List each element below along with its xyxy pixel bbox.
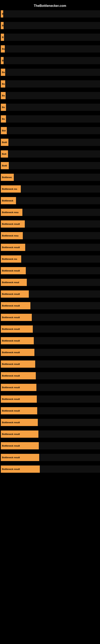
table-row: Bottleneck bbox=[0, 196, 100, 206]
table-row: Bott bbox=[0, 149, 100, 159]
dark-fill bbox=[40, 466, 100, 473]
table-row: Bottleneck result bbox=[0, 242, 100, 252]
dark-fill bbox=[37, 407, 100, 414]
bottleneck-label: Bottleneck result bbox=[1, 349, 34, 356]
table-row: Bo bbox=[0, 44, 100, 54]
dark-fill bbox=[9, 162, 100, 169]
dark-fill bbox=[38, 430, 100, 438]
main-container: TheBottlenecker.com BBBBoBBoBoBoBoBoBotB… bbox=[0, 0, 100, 478]
table-row: Bottleneck result bbox=[0, 289, 100, 299]
table-row: Bottleneck result bbox=[0, 452, 100, 463]
table-row: B bbox=[0, 55, 100, 66]
dark-fill bbox=[38, 419, 100, 426]
table-row: Bottleneck result bbox=[0, 394, 100, 404]
bottleneck-label: Bottleneck result bbox=[1, 407, 37, 414]
dark-fill bbox=[16, 197, 100, 204]
bottleneck-label: Bottleneck result bbox=[1, 430, 38, 438]
table-row: Bottleneck result bbox=[0, 359, 100, 369]
bottleneck-label: B bbox=[1, 57, 3, 64]
dark-fill bbox=[25, 244, 100, 251]
bottleneck-label: Bottleneck resu bbox=[1, 209, 22, 216]
bottleneck-label: B bbox=[1, 34, 4, 41]
table-row: Bottleneck result bbox=[0, 312, 100, 322]
table-row: Bottleneck result bbox=[0, 266, 100, 276]
bottleneck-label: Bottleneck bbox=[1, 197, 16, 204]
bottleneck-label: Bottleneck result bbox=[1, 220, 25, 228]
dark-fill bbox=[22, 209, 100, 216]
table-row: Bo bbox=[0, 90, 100, 101]
table-row: Bottleneck result bbox=[0, 406, 100, 416]
table-row: Bo bbox=[0, 114, 100, 124]
bottleneck-label: Bottl bbox=[1, 139, 8, 146]
bottleneck-label: Bottleneck result bbox=[1, 384, 36, 391]
table-row: Bottleneck resu bbox=[0, 207, 100, 218]
dark-fill bbox=[6, 115, 100, 122]
dark-fill bbox=[36, 384, 100, 391]
bottleneck-label: Bo bbox=[1, 104, 6, 111]
bottleneck-label: Bottleneck result bbox=[1, 466, 40, 473]
dark-fill bbox=[14, 174, 100, 181]
table-row: Bottleneck res bbox=[0, 254, 100, 264]
bottleneck-label: Bottleneck result bbox=[1, 244, 25, 251]
dark-fill bbox=[6, 104, 100, 111]
bottleneck-label: Bottlenec bbox=[1, 174, 14, 181]
dark-fill bbox=[33, 326, 100, 333]
dark-fill bbox=[21, 256, 100, 263]
bottleneck-label: B bbox=[1, 10, 3, 18]
dark-fill bbox=[3, 10, 100, 18]
bottleneck-label: Bo bbox=[1, 115, 6, 122]
bottleneck-label: Bottleneck result bbox=[1, 372, 36, 379]
table-row: Bottl bbox=[0, 160, 100, 171]
dark-fill bbox=[7, 127, 100, 134]
bottleneck-label: Bo bbox=[1, 45, 5, 52]
dark-fill bbox=[26, 267, 100, 274]
bottleneck-label: Bottleneck result bbox=[1, 267, 26, 274]
dark-fill bbox=[32, 314, 100, 321]
bottleneck-label: Bot bbox=[1, 127, 7, 134]
dark-fill bbox=[25, 220, 100, 228]
bottleneck-label: Bottleneck result bbox=[1, 337, 34, 344]
bottleneck-label: Bo bbox=[1, 80, 5, 88]
table-row: B bbox=[0, 20, 100, 31]
dark-fill bbox=[3, 22, 100, 29]
dark-fill bbox=[4, 34, 100, 41]
dark-fill bbox=[37, 396, 100, 403]
bottleneck-label: Bottleneck result bbox=[1, 302, 30, 309]
bottleneck-label: Bottleneck result bbox=[1, 454, 39, 461]
table-row: Bo bbox=[0, 79, 100, 89]
dark-fill bbox=[8, 150, 100, 158]
table-row: Bo bbox=[0, 102, 100, 112]
bottleneck-label: Bottleneck result bbox=[1, 419, 38, 426]
table-row: B bbox=[0, 32, 100, 42]
bottleneck-label: Bottleneck res bbox=[1, 256, 21, 263]
table-row: Bottleneck result bbox=[0, 382, 100, 393]
bottleneck-label: Bott bbox=[1, 150, 8, 158]
table-row: Bottleneck result bbox=[0, 429, 100, 439]
dark-fill bbox=[35, 360, 100, 368]
site-title: TheBottlenecker.com bbox=[0, 2, 100, 9]
table-row: Bottleneck result bbox=[0, 219, 100, 229]
bottleneck-label: Bottleneck resu bbox=[1, 232, 23, 239]
bottleneck-label: Bottl bbox=[1, 162, 9, 169]
bottleneck-label: Bottleneck result bbox=[1, 360, 35, 368]
dark-fill bbox=[5, 45, 100, 52]
rows-container: BBBBoBBoBoBoBoBoBotBottlBottBottlBottlen… bbox=[0, 9, 100, 474]
table-row: Bottleneck resul bbox=[0, 277, 100, 288]
table-row: Bottleneck result bbox=[0, 440, 100, 451]
table-row: Bottleneck result bbox=[0, 370, 100, 381]
dark-fill bbox=[30, 302, 100, 309]
bottleneck-label: Bo bbox=[1, 69, 5, 76]
dark-fill bbox=[29, 290, 100, 298]
table-row: B bbox=[0, 9, 100, 19]
table-row: Bottleneck result bbox=[0, 336, 100, 346]
bottleneck-label: Bottleneck resul bbox=[1, 279, 27, 286]
bottleneck-label: Bottleneck result bbox=[1, 442, 39, 450]
bottleneck-label: B bbox=[1, 22, 3, 29]
bottleneck-label: Bottleneck result bbox=[1, 396, 37, 403]
table-row: Bottl bbox=[0, 137, 100, 148]
bottleneck-label: Bottleneck result bbox=[1, 314, 32, 321]
table-row: Bottleneck result bbox=[0, 347, 100, 358]
table-row: Bottleneck result bbox=[0, 417, 100, 428]
dark-fill bbox=[3, 57, 100, 64]
bottleneck-label: Bottleneck res bbox=[1, 185, 21, 192]
